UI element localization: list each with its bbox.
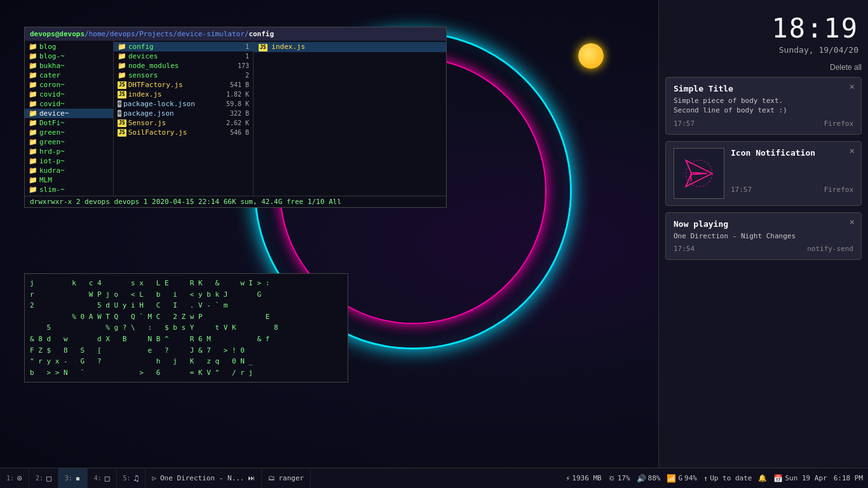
terminal-header: devops@devops /home/devops/Projects/devi… <box>25 27 446 41</box>
terminal-user: devops@devops <box>30 30 85 38</box>
play-icon: ▷ <box>152 474 156 482</box>
dir-item[interactable]: 📁DotFi~ <box>25 118 113 128</box>
taskbar-num-4: 4: <box>94 475 102 482</box>
notif-body-simple: Simple piece of body text. Second line o… <box>674 96 853 116</box>
mid-dir-pane: 📁config 1 📁devices 1 📁node_modules 173 📁… <box>114 41 254 196</box>
dir-item[interactable]: 📁coron~ <box>25 80 113 90</box>
right-item-indexjs[interactable]: JS index.js <box>254 42 446 52</box>
wifi-icon: 📶 <box>667 474 676 483</box>
taskbar-stat-cpu: ⛭ 17% <box>608 474 630 483</box>
vim-terminal: j k c 4 s x L E R K & w I > : r W P j o … <box>24 273 348 383</box>
notif-close-button[interactable]: × <box>850 81 855 92</box>
dir-item[interactable]: 📁MLM <box>25 175 113 185</box>
wifi-strength: 94% <box>684 474 697 482</box>
notif-time-simple: 17:57 <box>674 119 695 128</box>
taskbar-item-3[interactable]: 3: ▪ <box>58 468 88 488</box>
paper-plane-icon <box>683 158 715 189</box>
notif-title-icon: Icon Notification <box>731 148 853 158</box>
left-dir-pane: 📁blog 📁blog-~ 📁bukha~ 📁cater 📁coron~ 📁co… <box>25 41 114 196</box>
dir-item[interactable]: 📁iot-p~ <box>25 156 113 166</box>
taskbar-stat-bell[interactable]: 🔔 <box>758 474 767 482</box>
dir-item[interactable]: 📁kudra~ <box>25 166 113 175</box>
terminal-footer: drwxrwxr-x 2 devops devops 1 2020-04-15 … <box>25 196 446 207</box>
taskbar-item-1[interactable]: 1: ⊙ <box>0 468 29 488</box>
notif-time-nowplaying: 17:54 <box>674 245 695 253</box>
mid-item[interactable]: 📁node_modules 173 <box>114 61 253 71</box>
taskbar-time: 6:18 PM <box>834 474 863 482</box>
taskbar-item-2[interactable]: 2: □ <box>29 468 58 488</box>
dir-item[interactable]: 📁green~ <box>25 128 113 137</box>
taskbar-item-5[interactable]: 5: ♫ <box>117 468 146 488</box>
wifi-label: G <box>678 474 682 482</box>
taskbar-num-3: 3: <box>65 475 72 482</box>
dir-item[interactable]: 📁slim-~ <box>25 185 113 194</box>
dir-item[interactable]: 📁bukha~ <box>25 61 113 71</box>
notif-close-nowplaying[interactable]: × <box>850 217 855 227</box>
taskbar: 1: ⊙ 2: □ 3: ▪ 4: □ 5: ♫ ▷ One Direction… <box>0 468 868 488</box>
notif-title-simple: Simple Title <box>674 84 853 93</box>
taskbar-item-4[interactable]: 4: □ <box>88 468 117 488</box>
taskbar-num-1: 1: <box>6 475 14 482</box>
taskbar-icon-5: ♫ <box>134 473 139 483</box>
calendar-icon: 📅 <box>773 474 783 483</box>
notif-actions: Delete all <box>665 63 862 72</box>
notif-title-nowplaying: Now playing <box>674 219 853 229</box>
mid-item[interactable]: 📁devices 1 <box>114 51 253 61</box>
mid-item[interactable]: JSSensor.js 2.62 K <box>114 118 253 128</box>
ram-value: 1936 MB <box>572 474 601 482</box>
taskbar-icon-2: □ <box>46 473 51 483</box>
taskbar-stat-date: 📅 Sun 19 Apr <box>773 474 827 483</box>
notif-footer-nowplaying: 17:54 notify-send <box>674 245 853 253</box>
clock-date: Sunday, 19/04/20 <box>668 45 858 55</box>
notif-card-nowplaying: × Now playing One Direction - Night Chan… <box>665 212 862 260</box>
taskbar-stat-updates: ↑ Up to date <box>703 474 752 483</box>
notif-icon-content: Icon Notification 17:57 Firefox <box>731 148 853 194</box>
taskbar-date: Sun 19 Apr <box>785 474 827 482</box>
clock-display: 18:19 Sunday, 19/04/20 <box>665 6 862 58</box>
terminal-body: 📁blog 📁blog-~ 📁bukha~ 📁cater 📁coron~ 📁co… <box>25 41 446 196</box>
right-dir-pane: JS index.js <box>254 41 446 196</box>
ranger-icon: 🗂 <box>268 474 275 482</box>
mid-item[interactable]: JSSoilFactory.js 546 B <box>114 128 253 137</box>
terminal-path: /home/devops/Projects/device-simulator/ <box>85 30 248 38</box>
dir-item[interactable]: 📁cater <box>25 71 113 80</box>
notif-footer-icon: 17:57 Firefox <box>731 160 853 194</box>
notification-panel: 18:19 Sunday, 19/04/20 Delete all × Simp… <box>658 0 868 488</box>
mid-item[interactable]: 📁sensors 2 <box>114 71 253 80</box>
mid-item[interactable]: ⚙package-lock.json 59.8 K <box>114 99 253 109</box>
sun-orb <box>578 43 604 69</box>
ranger-label: ranger <box>278 474 304 482</box>
mid-item[interactable]: ⚙package.json 322 B <box>114 109 253 118</box>
update-icon: ↑ <box>703 474 708 483</box>
taskbar-icon-4: □ <box>105 473 110 483</box>
dir-item[interactable]: 📁covid~ <box>25 99 113 109</box>
updates-label: Up to date <box>710 474 752 482</box>
bell-icon: 🔔 <box>758 474 767 482</box>
notif-source-simple: Firefox <box>824 119 853 128</box>
taskbar-player[interactable]: ▷ One Direction - N... ⏭ <box>146 468 262 488</box>
dir-item[interactable]: 📁hrd-p~ <box>25 147 113 156</box>
notif-body-nowplaying: One Direction - Night Changes <box>674 231 853 241</box>
dir-item[interactable]: 📁blog-~ <box>25 51 113 61</box>
dir-item[interactable]: 📁green~ <box>25 137 113 147</box>
taskbar-icon-1: ⊙ <box>17 473 22 483</box>
dir-item[interactable]: 📁covid~ <box>25 90 113 99</box>
mid-item[interactable]: JSDHTFactory.js 541 B <box>114 80 253 90</box>
dir-item-selected[interactable]: 📁device~ <box>25 109 113 118</box>
dir-item[interactable]: 📁blog <box>25 42 113 51</box>
taskbar-ranger[interactable]: 🗂 ranger <box>262 468 311 488</box>
file-manager-terminal: devops@devops /home/devops/Projects/devi… <box>24 27 447 208</box>
vim-content: j k c 4 s x L E R K & w I > : r W P j o … <box>25 274 348 382</box>
mid-item[interactable]: 📁config 1 <box>114 42 253 51</box>
taskbar-right: ⚡ 1936 MB ⛭ 17% 🔊 88% 📶 G 94% ↑ Up to da… <box>560 474 868 483</box>
clock-time: 18:19 <box>668 13 858 44</box>
notif-footer-simple: 17:57 Firefox <box>674 119 853 128</box>
mid-item[interactable]: JSindex.js 1.82 K <box>114 90 253 99</box>
taskbar-stat-ram: ⚡ 1936 MB <box>566 474 602 483</box>
player-label: One Direction - N... <box>160 474 244 482</box>
notif-time-icon: 17:57 <box>731 186 752 194</box>
notif-icon-layout: Icon Notification 17:57 Firefox <box>674 148 853 199</box>
next-track-icon[interactable]: ⏭ <box>248 474 255 482</box>
notif-close-icon-button[interactable]: × <box>850 146 855 156</box>
delete-all-button[interactable]: Delete all <box>830 63 862 72</box>
